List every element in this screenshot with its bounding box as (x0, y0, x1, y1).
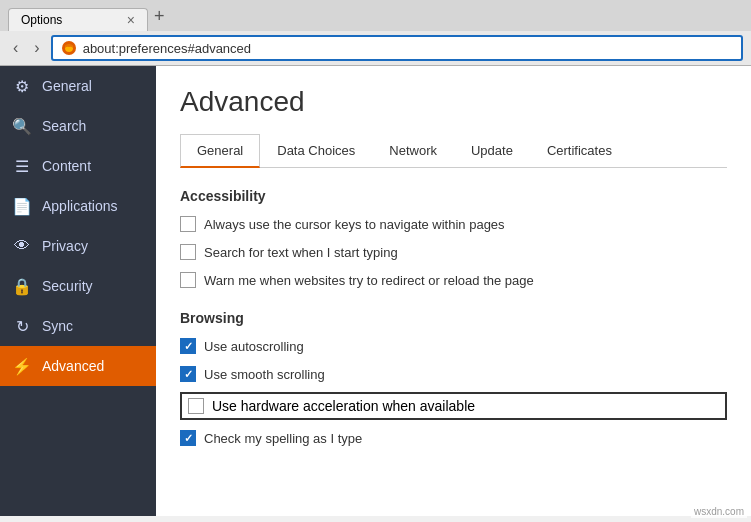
sidebar-label-general: General (42, 78, 92, 94)
tab-bar: Options × + (8, 6, 743, 31)
firefox-icon (61, 40, 77, 56)
browsing-title: Browsing (180, 310, 727, 326)
tab-close-button[interactable]: × (127, 13, 135, 27)
accessibility-title: Accessibility (180, 188, 727, 204)
page-title: Advanced (180, 86, 727, 118)
tab-navigation: General Data Choices Network Update Cert… (180, 134, 727, 168)
checkbox-hw-accel[interactable] (188, 398, 204, 414)
tab-title: Options (21, 13, 119, 27)
label-smooth-scroll[interactable]: Use smooth scrolling (204, 367, 325, 382)
sidebar-label-search: Search (42, 118, 86, 134)
new-tab-button[interactable]: + (148, 6, 171, 27)
sidebar-label-applications: Applications (42, 198, 118, 214)
label-spell-check[interactable]: Check my spelling as I type (204, 431, 362, 446)
sidebar-label-content: Content (42, 158, 91, 174)
address-text: about:preferences#advanced (83, 41, 251, 56)
checkbox-spell-check[interactable] (180, 430, 196, 446)
search-icon: 🔍 (12, 116, 32, 136)
browser-chrome: Options × + (0, 0, 751, 31)
checkbox-row-warn-redirect: Warn me when websites try to redirect or… (180, 270, 727, 290)
checkbox-row-hw-accel-highlighted: Use hardware acceleration when available (180, 392, 727, 420)
address-bar-row: ‹ › about:preferences#advanced (0, 31, 751, 66)
checkbox-warn-redirect[interactable] (180, 272, 196, 288)
tab-update[interactable]: Update (454, 134, 530, 168)
sidebar-label-advanced: Advanced (42, 358, 104, 374)
sidebar-item-advanced[interactable]: ⚡ Advanced (0, 346, 156, 386)
browser-tab[interactable]: Options × (8, 8, 148, 31)
accessibility-section: Accessibility Always use the cursor keys… (180, 188, 727, 290)
sidebar-item-search[interactable]: 🔍 Search (0, 106, 156, 146)
sidebar-item-security[interactable]: 🔒 Security (0, 266, 156, 306)
content-icon: ☰ (12, 156, 32, 176)
address-bar[interactable]: about:preferences#advanced (51, 35, 743, 61)
applications-icon: 📄 (12, 196, 32, 216)
security-icon: 🔒 (12, 276, 32, 296)
privacy-icon: 👁 (12, 236, 32, 256)
sidebar-item-content[interactable]: ☰ Content (0, 146, 156, 186)
tab-network[interactable]: Network (372, 134, 454, 168)
checkbox-row-smooth-scroll: Use smooth scrolling (180, 364, 727, 384)
checkbox-search-text[interactable] (180, 244, 196, 260)
checkbox-row-search-text: Search for text when I start typing (180, 242, 727, 262)
checkbox-row-cursor-keys: Always use the cursor keys to navigate w… (180, 214, 727, 234)
sidebar-item-applications[interactable]: 📄 Applications (0, 186, 156, 226)
advanced-icon: ⚡ (12, 356, 32, 376)
sidebar-item-privacy[interactable]: 👁 Privacy (0, 226, 156, 266)
forward-button[interactable]: › (29, 37, 44, 59)
content-area: Advanced General Data Choices Network Up… (156, 66, 751, 516)
label-warn-redirect[interactable]: Warn me when websites try to redirect or… (204, 273, 534, 288)
label-hw-accel[interactable]: Use hardware acceleration when available (212, 398, 475, 414)
watermark: wsxdn.com (691, 505, 747, 518)
checkbox-autoscroll[interactable] (180, 338, 196, 354)
label-autoscroll[interactable]: Use autoscrolling (204, 339, 304, 354)
tab-data-choices[interactable]: Data Choices (260, 134, 372, 168)
label-cursor-keys[interactable]: Always use the cursor keys to navigate w… (204, 217, 505, 232)
browsing-section: Browsing Use autoscrolling Use smooth sc… (180, 310, 727, 448)
checkbox-cursor-keys[interactable] (180, 216, 196, 232)
general-icon: ⚙ (12, 76, 32, 96)
sidebar: ⚙ General 🔍 Search ☰ Content 📄 Applicati… (0, 66, 156, 516)
sidebar-label-privacy: Privacy (42, 238, 88, 254)
checkbox-smooth-scroll[interactable] (180, 366, 196, 382)
back-button[interactable]: ‹ (8, 37, 23, 59)
tab-certificates[interactable]: Certificates (530, 134, 629, 168)
sidebar-item-sync[interactable]: ↻ Sync (0, 306, 156, 346)
tab-general[interactable]: General (180, 134, 260, 168)
main-layout: ⚙ General 🔍 Search ☰ Content 📄 Applicati… (0, 66, 751, 516)
sidebar-item-general[interactable]: ⚙ General (0, 66, 156, 106)
sync-icon: ↻ (12, 316, 32, 336)
checkbox-row-spell-check: Check my spelling as I type (180, 428, 727, 448)
label-search-text[interactable]: Search for text when I start typing (204, 245, 398, 260)
sidebar-label-security: Security (42, 278, 93, 294)
checkbox-row-autoscroll: Use autoscrolling (180, 336, 727, 356)
sidebar-label-sync: Sync (42, 318, 73, 334)
